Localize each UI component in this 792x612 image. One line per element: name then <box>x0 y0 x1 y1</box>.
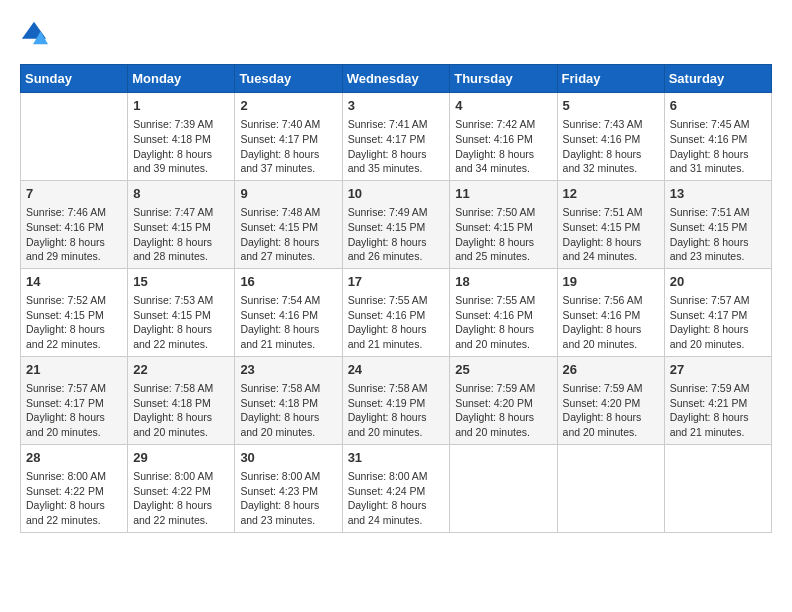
calendar-cell: 21Sunrise: 7:57 AMSunset: 4:17 PMDayligh… <box>21 356 128 444</box>
daylight-text: Daylight: 8 hours and 29 minutes. <box>26 235 122 264</box>
day-number: 15 <box>133 273 229 291</box>
daylight-text: Daylight: 8 hours and 21 minutes. <box>240 322 336 351</box>
sunrise-text: Sunrise: 7:42 AM <box>455 117 551 132</box>
sunrise-text: Sunrise: 7:43 AM <box>563 117 659 132</box>
weekday-header: Monday <box>128 65 235 93</box>
calendar-cell: 24Sunrise: 7:58 AMSunset: 4:19 PMDayligh… <box>342 356 450 444</box>
daylight-text: Daylight: 8 hours and 20 minutes. <box>670 322 766 351</box>
sunrise-text: Sunrise: 8:00 AM <box>240 469 336 484</box>
daylight-text: Daylight: 8 hours and 20 minutes. <box>348 410 445 439</box>
sunset-text: Sunset: 4:22 PM <box>133 484 229 499</box>
sunset-text: Sunset: 4:16 PM <box>563 132 659 147</box>
day-number: 11 <box>455 185 551 203</box>
daylight-text: Daylight: 8 hours and 21 minutes. <box>348 322 445 351</box>
calendar-cell: 1Sunrise: 7:39 AMSunset: 4:18 PMDaylight… <box>128 93 235 181</box>
sunset-text: Sunset: 4:22 PM <box>26 484 122 499</box>
calendar-cell: 20Sunrise: 7:57 AMSunset: 4:17 PMDayligh… <box>664 268 771 356</box>
calendar-cell: 5Sunrise: 7:43 AMSunset: 4:16 PMDaylight… <box>557 93 664 181</box>
sunset-text: Sunset: 4:15 PM <box>133 220 229 235</box>
day-number: 7 <box>26 185 122 203</box>
sunset-text: Sunset: 4:24 PM <box>348 484 445 499</box>
daylight-text: Daylight: 8 hours and 22 minutes. <box>133 498 229 527</box>
sunset-text: Sunset: 4:15 PM <box>563 220 659 235</box>
sunrise-text: Sunrise: 7:49 AM <box>348 205 445 220</box>
calendar-cell: 28Sunrise: 8:00 AMSunset: 4:22 PMDayligh… <box>21 444 128 532</box>
calendar-cell: 13Sunrise: 7:51 AMSunset: 4:15 PMDayligh… <box>664 180 771 268</box>
daylight-text: Daylight: 8 hours and 35 minutes. <box>348 147 445 176</box>
day-number: 3 <box>348 97 445 115</box>
daylight-text: Daylight: 8 hours and 22 minutes. <box>133 322 229 351</box>
sunset-text: Sunset: 4:16 PM <box>26 220 122 235</box>
calendar-cell <box>21 93 128 181</box>
calendar-cell: 19Sunrise: 7:56 AMSunset: 4:16 PMDayligh… <box>557 268 664 356</box>
calendar-cell <box>557 444 664 532</box>
day-number: 18 <box>455 273 551 291</box>
daylight-text: Daylight: 8 hours and 24 minutes. <box>563 235 659 264</box>
calendar-week-row: 28Sunrise: 8:00 AMSunset: 4:22 PMDayligh… <box>21 444 772 532</box>
daylight-text: Daylight: 8 hours and 21 minutes. <box>670 410 766 439</box>
calendar-cell: 17Sunrise: 7:55 AMSunset: 4:16 PMDayligh… <box>342 268 450 356</box>
day-number: 31 <box>348 449 445 467</box>
daylight-text: Daylight: 8 hours and 28 minutes. <box>133 235 229 264</box>
sunset-text: Sunset: 4:15 PM <box>240 220 336 235</box>
day-number: 25 <box>455 361 551 379</box>
sunset-text: Sunset: 4:15 PM <box>348 220 445 235</box>
sunset-text: Sunset: 4:16 PM <box>240 308 336 323</box>
day-number: 13 <box>670 185 766 203</box>
day-number: 20 <box>670 273 766 291</box>
sunset-text: Sunset: 4:18 PM <box>240 396 336 411</box>
daylight-text: Daylight: 8 hours and 22 minutes. <box>26 322 122 351</box>
sunset-text: Sunset: 4:16 PM <box>348 308 445 323</box>
sunrise-text: Sunrise: 7:59 AM <box>670 381 766 396</box>
sunset-text: Sunset: 4:17 PM <box>240 132 336 147</box>
calendar-week-row: 14Sunrise: 7:52 AMSunset: 4:15 PMDayligh… <box>21 268 772 356</box>
daylight-text: Daylight: 8 hours and 24 minutes. <box>348 498 445 527</box>
logo <box>20 20 52 48</box>
daylight-text: Daylight: 8 hours and 20 minutes. <box>563 410 659 439</box>
weekday-header: Sunday <box>21 65 128 93</box>
sunrise-text: Sunrise: 7:55 AM <box>455 293 551 308</box>
day-number: 17 <box>348 273 445 291</box>
sunrise-text: Sunrise: 7:41 AM <box>348 117 445 132</box>
daylight-text: Daylight: 8 hours and 20 minutes. <box>133 410 229 439</box>
calendar-week-row: 1Sunrise: 7:39 AMSunset: 4:18 PMDaylight… <box>21 93 772 181</box>
calendar-cell: 7Sunrise: 7:46 AMSunset: 4:16 PMDaylight… <box>21 180 128 268</box>
day-number: 28 <box>26 449 122 467</box>
sunrise-text: Sunrise: 7:58 AM <box>240 381 336 396</box>
day-number: 23 <box>240 361 336 379</box>
weekday-header: Thursday <box>450 65 557 93</box>
sunrise-text: Sunrise: 7:59 AM <box>563 381 659 396</box>
day-number: 30 <box>240 449 336 467</box>
day-number: 22 <box>133 361 229 379</box>
sunset-text: Sunset: 4:18 PM <box>133 132 229 147</box>
sunset-text: Sunset: 4:21 PM <box>670 396 766 411</box>
sunrise-text: Sunrise: 7:58 AM <box>348 381 445 396</box>
calendar-cell <box>450 444 557 532</box>
calendar-cell: 8Sunrise: 7:47 AMSunset: 4:15 PMDaylight… <box>128 180 235 268</box>
calendar-cell: 12Sunrise: 7:51 AMSunset: 4:15 PMDayligh… <box>557 180 664 268</box>
daylight-text: Daylight: 8 hours and 32 minutes. <box>563 147 659 176</box>
day-number: 8 <box>133 185 229 203</box>
daylight-text: Daylight: 8 hours and 27 minutes. <box>240 235 336 264</box>
sunrise-text: Sunrise: 7:56 AM <box>563 293 659 308</box>
sunrise-text: Sunrise: 7:53 AM <box>133 293 229 308</box>
daylight-text: Daylight: 8 hours and 37 minutes. <box>240 147 336 176</box>
sunset-text: Sunset: 4:15 PM <box>670 220 766 235</box>
calendar-cell: 11Sunrise: 7:50 AMSunset: 4:15 PMDayligh… <box>450 180 557 268</box>
sunrise-text: Sunrise: 7:57 AM <box>26 381 122 396</box>
daylight-text: Daylight: 8 hours and 23 minutes. <box>240 498 336 527</box>
daylight-text: Daylight: 8 hours and 20 minutes. <box>563 322 659 351</box>
day-number: 29 <box>133 449 229 467</box>
weekday-header: Wednesday <box>342 65 450 93</box>
sunrise-text: Sunrise: 7:45 AM <box>670 117 766 132</box>
calendar-cell: 30Sunrise: 8:00 AMSunset: 4:23 PMDayligh… <box>235 444 342 532</box>
weekday-header: Saturday <box>664 65 771 93</box>
daylight-text: Daylight: 8 hours and 25 minutes. <box>455 235 551 264</box>
calendar-table: SundayMondayTuesdayWednesdayThursdayFrid… <box>20 64 772 533</box>
daylight-text: Daylight: 8 hours and 20 minutes. <box>455 410 551 439</box>
day-number: 26 <box>563 361 659 379</box>
calendar-cell: 2Sunrise: 7:40 AMSunset: 4:17 PMDaylight… <box>235 93 342 181</box>
calendar-cell: 22Sunrise: 7:58 AMSunset: 4:18 PMDayligh… <box>128 356 235 444</box>
daylight-text: Daylight: 8 hours and 39 minutes. <box>133 147 229 176</box>
sunset-text: Sunset: 4:16 PM <box>455 308 551 323</box>
